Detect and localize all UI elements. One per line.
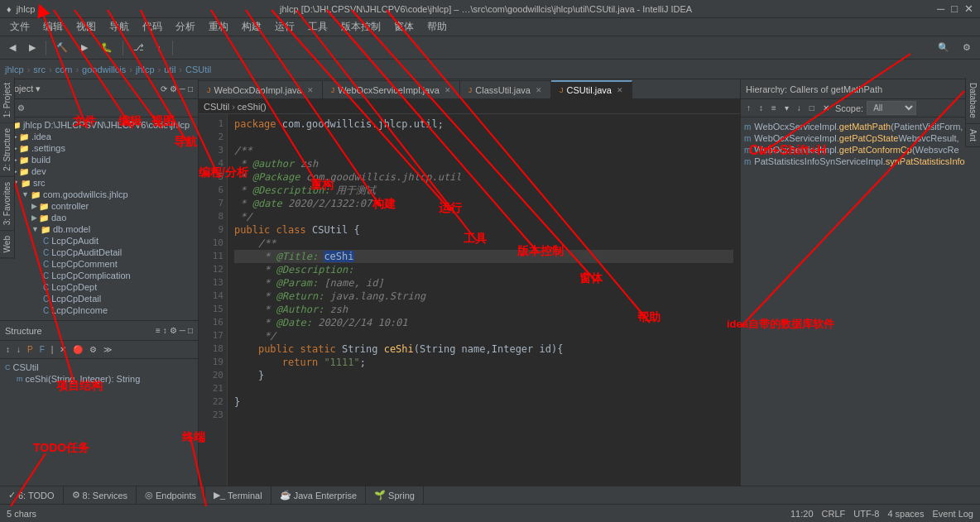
minimize-button[interactable]: ─: [937, 2, 944, 15]
project-hide-icon[interactable]: ─: [180, 84, 185, 93]
hier-tb-4[interactable]: ▾: [782, 103, 791, 113]
code-content[interactable]: package com.goodwillcis.jhlcp.util; /** …: [228, 114, 740, 486]
tree-goodwillcis[interactable]: ▼ 📁 com.goodwillcis.jhlcp: [0, 189, 198, 200]
project-side-label[interactable]: 1: Project: [0, 78, 14, 123]
hier-tb-7[interactable]: ✕: [820, 103, 832, 113]
tree-lcpcpdept[interactable]: C LcpCpDept: [0, 281, 198, 293]
toolbar-settings-button[interactable]: ⚙: [957, 40, 977, 55]
breadcrumb-csutil[interactable]: CSUtil: [204, 102, 229, 112]
hier-tb-3[interactable]: ≡: [769, 103, 779, 113]
ant-side-label[interactable]: Ant: [966, 124, 980, 147]
structure-class-item[interactable]: C CSUtil: [5, 362, 193, 372]
tree-lcpcpauditdetail[interactable]: C LcpCpAuditDetail: [0, 247, 198, 258]
structure-hide-icon[interactable]: ─: [180, 326, 185, 335]
structure-side-label[interactable]: 2: Structure: [0, 123, 14, 177]
toolbar-search-button[interactable]: 🔍: [932, 40, 955, 55]
bottom-tab-terminal[interactable]: ▶_ Terminal: [205, 486, 271, 504]
structure-method-item[interactable]: m ceShi(String, Integer): String: [5, 374, 193, 384]
status-linesep[interactable]: CRLF: [822, 509, 846, 519]
tab-classutil[interactable]: J ClassUtil.java ✕: [460, 80, 551, 98]
bottom-tab-services[interactable]: ⚙ 8: Services: [64, 486, 137, 504]
hier-item-4[interactable]: m PatStatisticsInfoSynServiceImpl.synPat…: [742, 156, 978, 167]
tree-build[interactable]: ▶ 📁 build: [0, 154, 198, 165]
tree-root[interactable]: ▼ 📁 jhlcp D:\JHLCPSVN\JHLCPV6\code\jhlcp: [0, 119, 198, 131]
project-maximize-icon[interactable]: □: [188, 84, 193, 93]
structure-expand-icon[interactable]: □: [188, 326, 193, 335]
tree-settings-icon[interactable]: ⚙: [15, 103, 27, 113]
bottom-tab-javaenterprise[interactable]: ☕ Java Enterprise: [271, 486, 366, 504]
status-eventlog[interactable]: Event Log: [932, 509, 973, 519]
toolbar-update-button[interactable]: ↓: [151, 41, 168, 55]
struct-tb-4[interactable]: F: [37, 344, 47, 355]
tree-lcpcpcomment[interactable]: C LcpCpComment: [0, 258, 198, 270]
tree-lcpcpaudit[interactable]: C LcpCpAudit: [0, 235, 198, 247]
nav-project[interactable]: jhlcp: [5, 65, 24, 74]
tree-idea[interactable]: ▶ 📁 .idea: [0, 131, 198, 142]
tree-dev[interactable]: ▶ 📁 dev: [0, 165, 198, 177]
nav-src[interactable]: src: [33, 65, 46, 74]
project-sync-icon[interactable]: ⟳: [161, 84, 167, 93]
close-button[interactable]: ✕: [964, 2, 973, 15]
menu-item-tools[interactable]: 工具: [301, 18, 334, 36]
menu-item-analyze[interactable]: 分析: [169, 18, 202, 36]
hier-item-2[interactable]: m WebOcxServiceImpl.getPatCpStateWebsvcR…: [742, 132, 978, 144]
menu-item-view[interactable]: 视图: [70, 18, 103, 36]
nav-csutil[interactable]: CSUtil: [185, 65, 211, 74]
menu-item-navigate[interactable]: 导航: [103, 18, 136, 36]
struct-tb-8[interactable]: ⚙: [87, 344, 99, 355]
hier-item-3[interactable]: m WebOcxServiceImpl.getPatConformCp(Webs…: [742, 144, 978, 156]
tree-lcpcpcomplication[interactable]: C LcpCpComplication: [0, 270, 198, 281]
toolbar-git-button[interactable]: ⎇: [127, 40, 150, 55]
struct-tb-3[interactable]: P: [25, 344, 36, 355]
structure-sort-icon[interactable]: ≡: [156, 326, 161, 335]
hier-tb-2[interactable]: ↕: [757, 103, 766, 113]
status-position[interactable]: 11:20: [790, 509, 814, 519]
status-encoding[interactable]: UTF-8: [853, 509, 879, 519]
menu-item-build[interactable]: 构建: [235, 18, 268, 36]
web-side-label[interactable]: Web: [0, 231, 14, 258]
database-side-label[interactable]: Database: [966, 78, 980, 124]
tree-settings[interactable]: ▶ 📁 .settings: [0, 142, 198, 154]
nav-com[interactable]: com: [55, 65, 73, 74]
menu-item-refactor[interactable]: 重构: [202, 18, 235, 36]
toolbar-forward-button[interactable]: ▶: [23, 40, 41, 55]
hier-item-1[interactable]: m WebOcxServiceImpl.getMathPath(PatientV…: [742, 121, 978, 132]
struct-tb-2[interactable]: ↓: [14, 344, 23, 355]
hier-tb-6[interactable]: □: [807, 103, 817, 113]
status-indent[interactable]: 4 spaces: [887, 509, 924, 519]
breadcrumb-ceshi[interactable]: ceShi(): [238, 102, 267, 112]
tree-lcpcpincome[interactable]: C LcpCpIncome: [0, 304, 198, 316]
menu-item-help[interactable]: 帮助: [420, 18, 454, 36]
tab-webocxdaoimpl[interactable]: J WebOcxDaoImpl.java ✕: [199, 80, 323, 98]
bottom-tab-endpoints[interactable]: ◎ Endpoints: [137, 486, 205, 504]
struct-tb-1[interactable]: ↕: [3, 344, 12, 355]
maximize-button[interactable]: □: [951, 2, 958, 15]
structure-gear-icon[interactable]: ⚙: [170, 326, 177, 335]
struct-tb-7[interactable]: 🔴: [70, 344, 85, 355]
tree-controller[interactable]: ▶ 📁 controller: [0, 200, 198, 212]
tab-close-webocxdaoimpl[interactable]: ✕: [307, 86, 314, 94]
menu-item-edit[interactable]: 编辑: [36, 18, 70, 36]
bottom-tab-spring[interactable]: 🌱 Spring: [366, 486, 424, 504]
structure-sort2-icon[interactable]: ↕: [163, 326, 167, 335]
toolbar-build-button[interactable]: 🔨: [50, 40, 74, 55]
tab-csutil[interactable]: J CSUtil.java ✕: [551, 80, 632, 98]
toolbar-run-button[interactable]: ▶: [75, 40, 94, 55]
struct-tb-6[interactable]: ✕: [57, 344, 69, 355]
toolbar-back-button[interactable]: ◀: [3, 40, 22, 55]
nav-goodwillcis[interactable]: goodwillcis: [82, 65, 126, 74]
menu-item-run[interactable]: 运行: [268, 18, 301, 36]
tab-close-webocxserviceimpl[interactable]: ✕: [444, 86, 451, 94]
project-gear-icon[interactable]: ⚙: [170, 84, 177, 93]
bottom-tab-todo[interactable]: ✓ 6: TODO: [0, 486, 64, 504]
tree-lcpcpdetail[interactable]: C LcpCpDetail: [0, 293, 198, 304]
tab-webocxserviceimpl[interactable]: J WebOcxServiceImpl.java ✕: [323, 80, 460, 98]
hierarchy-scope-select[interactable]: All Project: [867, 101, 916, 115]
tab-close-classutil[interactable]: ✕: [536, 86, 542, 94]
menu-item-window[interactable]: 窗体: [387, 18, 420, 36]
tab-close-csutil[interactable]: ✕: [617, 86, 623, 94]
menu-item-file[interactable]: 文件: [3, 18, 36, 36]
favorites-side-label[interactable]: 3: Favorites: [0, 177, 14, 231]
struct-tb-9[interactable]: ≫: [101, 344, 114, 355]
toolbar-debug-button[interactable]: 🐛: [95, 40, 118, 55]
